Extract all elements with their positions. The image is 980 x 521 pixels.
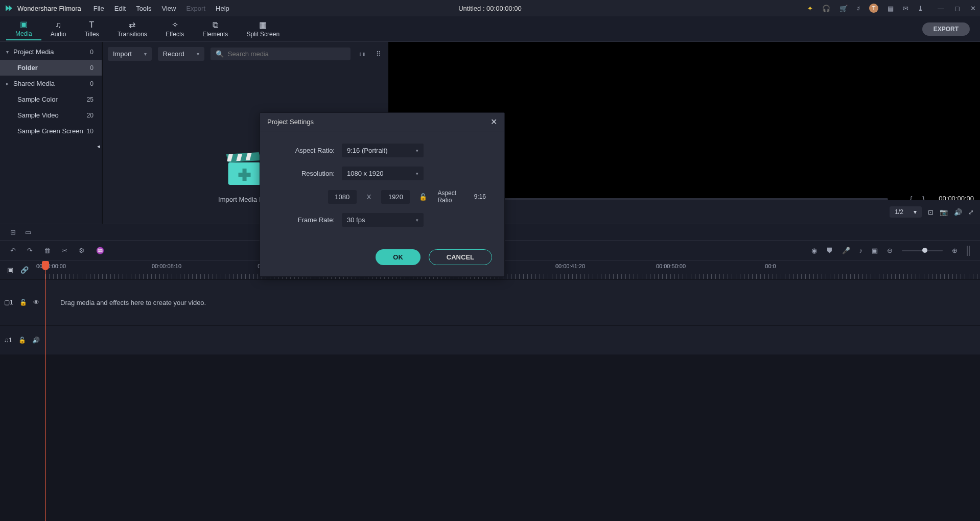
adjust-icon[interactable]: ⚙ (79, 247, 85, 254)
media-toolbar: Import▾ Record▾ 🔍 ⫾⫾ ⠿ (108, 47, 383, 61)
menu-tools[interactable]: Tools (136, 5, 151, 12)
ok-button[interactable]: OK (376, 249, 421, 265)
menu-edit[interactable]: Edit (114, 5, 126, 12)
crop-icon[interactable]: ▣ (872, 247, 878, 254)
snapshot-icon[interactable]: 📷 (940, 208, 948, 216)
audio-track[interactable]: ♫1 🔓 🔊 (0, 326, 980, 354)
search-icon: 🔍 (216, 50, 224, 58)
timeline-playhead[interactable] (45, 261, 46, 521)
category-tabs: ▣Media ♫Audio TTitles ⇄Transitions ✧Effe… (0, 16, 980, 42)
close-button[interactable]: ✕ (970, 5, 976, 12)
screen-icon[interactable]: ⊡ (928, 208, 934, 216)
visibility-icon[interactable]: 👁 (33, 299, 39, 306)
menu-view[interactable]: View (161, 5, 176, 12)
music-icon[interactable]: ♪ (859, 247, 863, 254)
link-icon[interactable]: 🔗 (20, 266, 29, 274)
sidebar-item-project-media[interactable]: ▾Project Media0 (0, 44, 102, 60)
zoom-slider[interactable] (902, 250, 943, 251)
frame-rate-dropdown[interactable]: 30 fps▾ (342, 213, 424, 227)
ruler-timestamp: 00:0 (765, 263, 776, 269)
download-icon[interactable]: ⤓ (918, 5, 923, 12)
tab-transitions[interactable]: ⇄Transitions (108, 18, 156, 40)
volume-icon[interactable]: 🔊 (954, 208, 962, 216)
chevron-down-icon: ▾ (416, 148, 418, 153)
export-button[interactable]: EXPORT (922, 22, 970, 36)
mail-icon[interactable]: ✉ (903, 5, 908, 12)
cart-icon[interactable]: 🛒 (839, 5, 848, 12)
tab-titles[interactable]: TTitles (75, 18, 108, 40)
sidebar-item-folder[interactable]: Folder0 (0, 60, 102, 76)
shapes-icon: ⧉ (213, 20, 218, 30)
unlock-icon[interactable]: 🔓 (419, 193, 427, 201)
tab-media[interactable]: ▣Media (6, 17, 41, 40)
ruler-ticks (45, 274, 980, 279)
titlebar: Wondershare Filmora File Edit Tools View… (0, 0, 980, 16)
new-folder-icon[interactable]: ⊞ (10, 228, 16, 236)
dialog-close-button[interactable]: ✕ (491, 117, 497, 127)
gift-icon[interactable]: ♯ (857, 5, 860, 12)
folder-icon[interactable]: ▭ (25, 228, 31, 236)
maximize-button[interactable]: ◻ (954, 5, 960, 12)
zoom-dropdown[interactable]: 1/2▾ (890, 206, 922, 218)
menu-help[interactable]: Help (216, 5, 229, 12)
aspect-ratio-text-value: 9:16 (474, 193, 486, 200)
voiceover-icon[interactable]: 🎤 (842, 247, 850, 254)
search-input[interactable] (228, 50, 345, 58)
tab-effects[interactable]: ✧Effects (156, 18, 193, 40)
sidebar-item-sample-green-screen[interactable]: Sample Green Screen10 (0, 123, 102, 139)
ruler-video-icon[interactable]: ▣ (7, 266, 13, 274)
filter-icon[interactable]: ⫾⫾ (357, 48, 368, 60)
delete-icon[interactable]: 🗑 (44, 247, 51, 254)
lock-icon[interactable]: 🔓 (18, 337, 26, 344)
zoom-slider-thumb[interactable] (922, 248, 927, 253)
zoom-in-icon[interactable]: ⊕ (952, 247, 958, 254)
undo-icon[interactable]: ↶ (10, 247, 16, 254)
lightbulb-icon[interactable]: ✦ (807, 5, 813, 12)
height-input[interactable] (381, 190, 410, 204)
sidebar-item-sample-video[interactable]: Sample Video20 (0, 107, 102, 123)
redo-icon[interactable]: ↷ (27, 247, 33, 254)
save-icon[interactable]: ▤ (888, 5, 894, 12)
tab-split-screen[interactable]: ▦Split Screen (237, 18, 289, 40)
lock-icon[interactable]: 🔓 (19, 299, 27, 306)
main-menu: File Edit Tools View Export Help (94, 5, 229, 12)
video-track[interactable]: ▢1 🔓 👁 Drag media and effects here to cr… (0, 280, 980, 325)
aspect-ratio-dropdown[interactable]: 9:16 (Portrait)▾ (342, 144, 424, 157)
import-dropdown[interactable]: Import▾ (108, 47, 152, 61)
chevron-down-icon: ▾ (144, 51, 147, 57)
mute-icon[interactable]: 🔊 (32, 337, 40, 344)
search-box[interactable]: 🔍 (211, 48, 351, 60)
aspect-ratio-label: Aspect Ratio: (278, 147, 335, 154)
ruler-timestamp: 00:00:41:20 (555, 263, 585, 269)
resolution-dropdown[interactable]: 1080 x 1920▾ (342, 167, 424, 180)
grid-view-icon[interactable]: ⠿ (374, 48, 383, 60)
divider (967, 246, 970, 256)
menu-export: Export (186, 5, 205, 12)
cancel-button[interactable]: CANCEL (429, 249, 492, 265)
width-input[interactable] (328, 190, 357, 204)
collapse-sidebar-icon[interactable]: ◂ (97, 143, 100, 150)
aspect-ratio-text-label: Aspect Ratio (437, 190, 463, 204)
record-dropdown[interactable]: Record▾ (158, 47, 204, 61)
tab-elements[interactable]: ⧉Elements (193, 18, 237, 40)
sidebar-item-shared-media[interactable]: ▸Shared Media0 (0, 76, 102, 91)
dialog-title: Project Settings (267, 118, 314, 126)
chevron-down-icon: ▾ (416, 171, 418, 176)
minimize-button[interactable]: — (938, 5, 944, 12)
menu-file[interactable]: File (94, 5, 104, 12)
cut-icon[interactable]: ✂ (62, 247, 67, 254)
user-avatar[interactable]: T (869, 4, 878, 13)
chevron-down-icon: ▾ (416, 218, 418, 223)
sidebar-item-sample-color[interactable]: Sample Color25 (0, 91, 102, 107)
audio-track-header: ♫1 🔓 🔊 (0, 326, 45, 354)
audio-wave-icon[interactable]: ♒ (96, 247, 104, 254)
marker-shield-icon[interactable]: ⛊ (826, 247, 833, 254)
ruler-timestamp: 00:00:08:10 (152, 263, 181, 269)
render-icon[interactable]: ◉ (811, 247, 817, 254)
headset-icon[interactable]: 🎧 (822, 5, 830, 12)
ruler-timestamp: 00:00:50:00 (656, 263, 686, 269)
zoom-out-icon[interactable]: ⊖ (887, 247, 893, 254)
fullscreen-icon[interactable]: ⤢ (968, 208, 974, 216)
project-title: Untitled : 00:00:00:00 (458, 5, 522, 12)
tab-audio[interactable]: ♫Audio (41, 18, 76, 40)
